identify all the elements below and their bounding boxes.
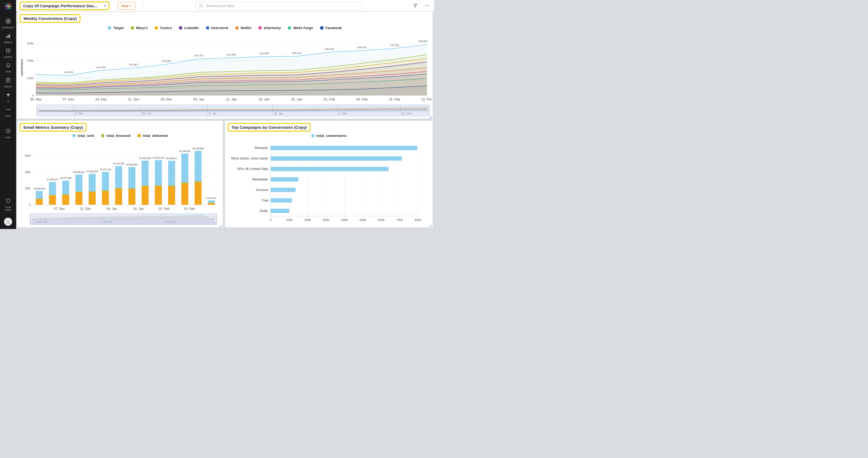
legend-item-eHarmony[interactable]: eHarmony: [258, 26, 281, 30]
svg-text:28. Dec: 28. Dec: [160, 97, 172, 101]
svg-text:60M: 60M: [25, 154, 30, 157]
svg-text:16,942,814: 16,942,814: [33, 187, 45, 190]
svg-text:15. Feb: 15. Feb: [389, 97, 400, 101]
search-bar[interactable]: [195, 2, 363, 10]
legend-item-LinkedIn[interactable]: LinkedIn: [179, 26, 198, 30]
dashboard-title: Copy Of Campaign Performance Das...: [23, 3, 97, 8]
email-metrics-navigator[interactable]: Dec '14Jan '15Feb '15: [30, 213, 217, 225]
svg-text:0: 0: [32, 94, 33, 97]
legend-label: total_delivered: [143, 134, 167, 138]
legend-swatch-icon: [155, 26, 158, 30]
new-button[interactable]: New +: [118, 2, 135, 10]
legend-swatch-icon: [108, 26, 111, 30]
svg-text:47,431,520: 47,431,520: [113, 162, 124, 165]
topbar: Copy Of Campaign Performance Das... ▾ Ne…: [16, 0, 434, 11]
svg-text:37,815,334: 37,815,334: [87, 170, 98, 173]
sidebar: DashboardsWidgetsQueriesAlertsReportsAIM…: [0, 0, 16, 229]
reports-icon: [5, 77, 11, 84]
svg-text:30% off Limited Sale: 30% off Limited Sale: [237, 167, 268, 171]
svg-text:22. Feb: 22. Feb: [421, 97, 431, 101]
svg-text:18. Jan: 18. Jan: [133, 207, 144, 211]
sidebar-item-label: Knowi Admin: [2, 206, 14, 212]
svg-text:Newsletter: Newsletter: [252, 178, 268, 181]
resize-handle-icon[interactable]: [219, 224, 222, 227]
widget-weekly-conversions: Weekly Conversions (Copy) TargetMacy'sCo…: [17, 11, 433, 119]
sidebar-item-ai[interactable]: AI: [0, 90, 16, 104]
app-window: DashboardsWidgetsQueriesAlertsReportsAIM…: [0, 0, 434, 229]
sidebar-item-alerts[interactable]: Alerts: [0, 60, 16, 75]
sidebar-item-queries[interactable]: Queries: [0, 45, 16, 60]
sidebar-item-help[interactable]: ?Help: [0, 126, 16, 141]
legend-swatch-icon: [137, 134, 141, 138]
legend-item-Wells Fargo[interactable]: Wells Fargo: [288, 26, 313, 30]
weekly-conversions-plot[interactable]: 0100k200k300kconversions114,959143,63015…: [19, 34, 431, 102]
chevron-down-icon: ▾: [104, 4, 106, 7]
sidebar-item-knowi-admin[interactable]: Knowi Admin: [0, 196, 16, 213]
svg-text:200k: 200k: [304, 218, 311, 221]
svg-text:25. Jan: 25. Jan: [291, 97, 302, 101]
search-input[interactable]: [206, 3, 359, 8]
sidebar-item-label: More: [5, 115, 10, 118]
more-options-icon[interactable]: [424, 3, 430, 8]
svg-text:36,976,901: 36,976,901: [73, 171, 85, 174]
legend-item-Netflix[interactable]: Netflix: [235, 26, 251, 30]
weekly-conversions-navigator[interactable]: 8. Dec22. Dec5. Jan19. Jan2. Feb16. Feb: [36, 104, 430, 116]
legend-item-Overstock[interactable]: Overstock: [206, 26, 228, 30]
legend-swatch-icon: [179, 26, 182, 30]
svg-text:18. Jan: 18. Jan: [258, 97, 270, 101]
sidebar-item-dashboards[interactable]: Dashboards: [0, 16, 16, 31]
legend-swatch-icon: [311, 134, 315, 138]
svg-text:40M: 40M: [25, 171, 30, 174]
svg-text:800k: 800k: [415, 218, 422, 221]
svg-text:15. Feb: 15. Feb: [184, 207, 195, 211]
svg-text:22. Dec: 22. Dec: [142, 112, 152, 115]
sidebar-item-label: AI: [7, 100, 9, 103]
sidebar-item-label: Dashboards: [2, 26, 14, 29]
sidebar-item-reports[interactable]: Reports: [0, 75, 16, 90]
svg-text:2. Feb: 2. Feb: [339, 112, 347, 115]
sidebar-item-label: Widgets: [4, 41, 12, 44]
legend-item-total_bounced[interactable]: total_bounced: [101, 134, 130, 138]
top-campaigns-plot[interactable]: 0100k200k300k400k500k600k700k800kRewards…: [227, 140, 431, 225]
svg-text:292,863: 292,863: [418, 40, 428, 42]
svg-text:0: 0: [29, 203, 30, 206]
svg-text:143,630: 143,630: [96, 66, 105, 69]
legend-swatch-icon: [131, 26, 134, 30]
dashboards-icon: [5, 18, 11, 25]
resize-handle-icon[interactable]: [429, 224, 432, 227]
dashboard-selector[interactable]: Copy Of Campaign Performance Das... ▾: [20, 1, 110, 10]
filter-icon[interactable]: [413, 3, 418, 8]
svg-text:01. Feb: 01. Feb: [323, 97, 335, 101]
knowi-logo-icon[interactable]: [4, 2, 12, 12]
legend-item-total_conversions[interactable]: total_conversions: [311, 134, 346, 138]
svg-text:225,115: 225,115: [292, 52, 301, 54]
svg-text:54,166,948: 54,166,948: [139, 157, 151, 159]
legend-swatch-icon: [258, 26, 262, 30]
svg-text:04. Jan: 04. Jan: [106, 207, 117, 211]
svg-text:14. Dec: 14. Dec: [95, 97, 107, 101]
legend-item-Macy's[interactable]: Macy's: [131, 26, 148, 30]
avatar[interactable]: [4, 218, 12, 226]
svg-text:66,199,699: 66,199,699: [192, 147, 204, 150]
sidebar-item-more[interactable]: More: [0, 104, 16, 119]
svg-text:114,959: 114,959: [64, 70, 73, 73]
legend-swatch-icon: [206, 26, 209, 30]
svg-text:300k: 300k: [27, 42, 33, 45]
legend-item-Target[interactable]: Target: [108, 26, 124, 30]
search-icon: [199, 3, 204, 8]
legend-item-Costco[interactable]: Costco: [155, 26, 172, 30]
resize-handle-icon[interactable]: [429, 115, 432, 118]
svg-text:30. Nov: 30. Nov: [30, 97, 42, 101]
legend-item-total_sent[interactable]: total_sent: [72, 134, 94, 138]
legend-label: LinkedIn: [184, 26, 198, 30]
svg-text:400k: 400k: [341, 218, 348, 221]
svg-text:29,577,059: 29,577,059: [60, 177, 72, 179]
legend-item-total_delivered[interactable]: total_delivered: [137, 134, 167, 138]
legend-item-Facebook[interactable]: Facebook: [320, 26, 342, 30]
sidebar-item-widgets[interactable]: Widgets: [0, 31, 16, 46]
svg-text:07. Dec: 07. Dec: [54, 207, 65, 211]
alerts-icon: [5, 62, 11, 69]
email-metrics-plot[interactable]: 020M40M60M16,942,81427,945,57029,577,059…: [19, 141, 221, 212]
svg-text:Trial: Trial: [261, 199, 268, 202]
svg-text:?: ?: [7, 130, 9, 132]
